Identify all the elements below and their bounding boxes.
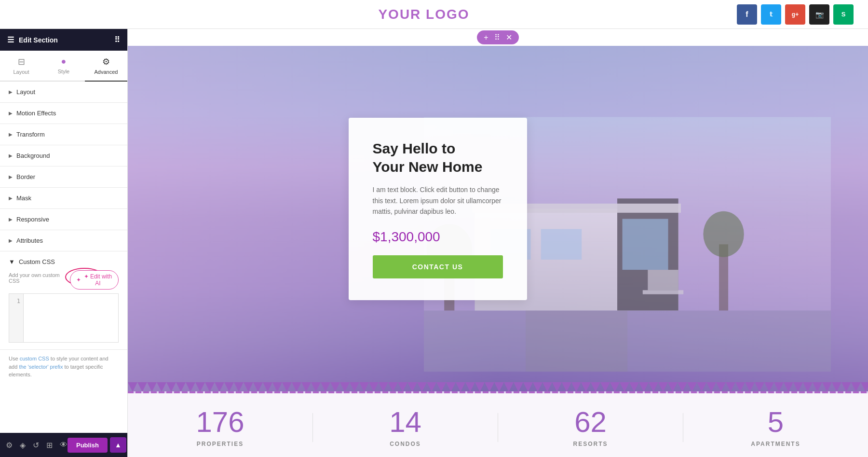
sidebar-item-border[interactable]: ▶ Border [0, 166, 127, 188]
stat-resorts-number: 62 [498, 408, 683, 437]
page-content: + ⠿ ✕ [128, 29, 868, 457]
sidebar-item-layout[interactable]: ▶ Layout [0, 82, 127, 103]
custom-css-label: Custom CSS [19, 258, 55, 265]
tab-advanced[interactable]: ⚙ Advanced [85, 51, 127, 82]
main-area: ☰ Edit Section ⠿ ⊟ Layout ● Style ⚙ Adva… [0, 29, 868, 457]
hamburger-icon[interactable]: ☰ [7, 35, 14, 44]
sidebar-item-transform[interactable]: ▶ Transform [0, 124, 127, 145]
svg-rect-6 [541, 229, 582, 260]
grid-icon[interactable]: ⠿ [114, 35, 120, 44]
mask-arrow-icon: ▶ [9, 195, 13, 201]
background-arrow-icon: ▶ [9, 153, 13, 158]
publish-label: Publish [76, 442, 99, 449]
sidebar-title: Edit Section [19, 36, 58, 44]
stat-condos: 14 CONDOS [313, 408, 498, 447]
edit-ai-label: ✦ Edit with AI [83, 273, 112, 287]
custom-css-link[interactable]: custom CSS [20, 356, 49, 361]
css-editor: 1 [9, 293, 119, 343]
contact-us-label: CONTACT US [412, 263, 463, 271]
contact-us-button[interactable]: CONTACT US [373, 255, 503, 278]
publish-expand-button[interactable]: ▲ [110, 437, 126, 453]
svg-rect-14 [648, 270, 678, 290]
sidebar: ☰ Edit Section ⠿ ⊟ Layout ● Style ⚙ Adva… [0, 29, 128, 457]
hero-title-line2: Your New Home [373, 159, 483, 175]
stat-properties-number: 176 [128, 408, 312, 437]
hero-card: Say Hello to Your New Home I am text blo… [349, 118, 527, 300]
stats-section: 176 PROPERTIES 14 CONDOS 62 RESORTS 5 AP… [128, 391, 868, 457]
responsive-preview-icon[interactable]: ⊞ [46, 441, 53, 450]
hero-title: Say Hello to Your New Home [373, 139, 503, 176]
transform-arrow-icon: ▶ [9, 132, 13, 137]
stat-resorts: 62 RESORTS [498, 408, 683, 447]
move-section-button[interactable]: ⠿ [494, 33, 500, 42]
hero-title-line1: Say Hello to [373, 140, 456, 156]
stat-condos-label: CONDOS [313, 441, 498, 447]
bottom-bar: ⚙ ◈ ↺ ⊞ 👁 Publish ▲ [0, 433, 127, 457]
hero-price: $1,300,000 [373, 229, 503, 245]
stat-condos-number: 14 [313, 408, 498, 437]
custom-css-section: ▼ Custom CSS Add your own custom CSS ✦ ✦… [0, 251, 127, 350]
sparkle-icon: ✦ [76, 277, 81, 283]
sidebar-mask-label: Mask [16, 194, 31, 202]
sidebar-item-motion-effects[interactable]: ▶ Motion Effects [0, 103, 127, 124]
edit-with-ai-button[interactable]: ✦ ✦ Edit with AI [70, 270, 119, 290]
sidebar-item-responsive[interactable]: ▶ Responsive [0, 209, 127, 230]
layout-arrow-icon: ▶ [9, 89, 13, 95]
eye-icon[interactable]: 👁 [60, 441, 68, 449]
sidebar-content: ▶ Layout ▶ Motion Effects ▶ Transform ▶ … [0, 82, 127, 433]
custom-css-hint: Add your own custom CSS [9, 272, 65, 284]
line-number-1: 1 [12, 298, 20, 305]
layout-tab-icon: ⊟ [18, 56, 25, 67]
hero-section: Say Hello to Your New Home I am text blo… [128, 46, 868, 391]
css-textarea[interactable] [24, 294, 118, 342]
add-section-button[interactable]: + [484, 33, 488, 42]
twitter-button[interactable]: 𝕥 [761, 4, 781, 25]
close-icon: ✕ [506, 33, 512, 42]
stat-properties: 176 PROPERTIES [128, 408, 312, 447]
custom-css-header[interactable]: ▼ Custom CSS [9, 258, 119, 265]
bottom-icons: ⚙ ◈ ↺ ⊞ 👁 [6, 441, 68, 450]
sidebar-border-label: Border [16, 173, 35, 180]
sidebar-background-label: Background [16, 152, 50, 159]
top-header: YOUR LOGO f 𝕥 g+ 📷 S [0, 0, 868, 29]
sidebar-motion-label: Motion Effects [16, 110, 56, 117]
css-footer-note: Use custom CSS to style your content and… [0, 350, 127, 384]
tab-style-label: Style [58, 69, 69, 74]
stat-apartments-label: APARTMENTS [683, 441, 868, 447]
publish-button[interactable]: Publish [68, 438, 108, 453]
section-toolbar-inner: + ⠿ ✕ [477, 30, 518, 44]
settings-icon[interactable]: ⚙ [6, 441, 13, 450]
logo-bold: LOGO [426, 7, 469, 22]
logo: YOUR LOGO [378, 7, 469, 22]
advanced-tab-icon: ⚙ [102, 56, 110, 67]
selector-prefix-link[interactable]: the 'selector' prefix [19, 364, 63, 370]
instagram-button[interactable]: 📷 [809, 4, 829, 25]
social-icons-group: f 𝕥 g+ 📷 S [737, 4, 854, 25]
layers-icon[interactable]: ◈ [20, 441, 26, 450]
tab-layout[interactable]: ⊟ Layout [0, 51, 42, 82]
logo-plain: YOUR [378, 7, 426, 22]
sidebar-item-attributes[interactable]: ▶ Attributes [0, 230, 127, 251]
tab-style[interactable]: ● Style [42, 51, 85, 82]
svg-point-12 [703, 211, 744, 257]
sidebar-attributes-label: Attributes [16, 237, 43, 244]
stat-apartments: 5 APARTMENTS [683, 408, 868, 447]
style-tab-icon: ● [61, 56, 67, 67]
sidebar-header-icons: ⠿ [114, 35, 120, 44]
sidebar-item-background[interactable]: ▶ Background [0, 145, 127, 166]
css-footer-prefix: Use [9, 356, 20, 361]
facebook-button[interactable]: f [737, 4, 757, 25]
svg-rect-8 [526, 311, 627, 372]
history-icon[interactable]: ↺ [33, 441, 39, 450]
line-numbers: 1 [9, 294, 24, 342]
motion-arrow-icon: ▶ [9, 111, 13, 116]
close-section-button[interactable]: ✕ [506, 33, 512, 42]
sidebar-item-mask[interactable]: ▶ Mask [0, 188, 127, 209]
tab-advanced-label: Advanced [95, 69, 118, 75]
sidebar-tabs: ⊟ Layout ● Style ⚙ Advanced [0, 51, 127, 82]
google-plus-button[interactable]: g+ [785, 4, 805, 25]
border-arrow-icon: ▶ [9, 174, 13, 180]
tab-layout-label: Layout [13, 69, 29, 75]
svg-rect-13 [643, 291, 683, 294]
social-site-button[interactable]: S [833, 4, 854, 25]
